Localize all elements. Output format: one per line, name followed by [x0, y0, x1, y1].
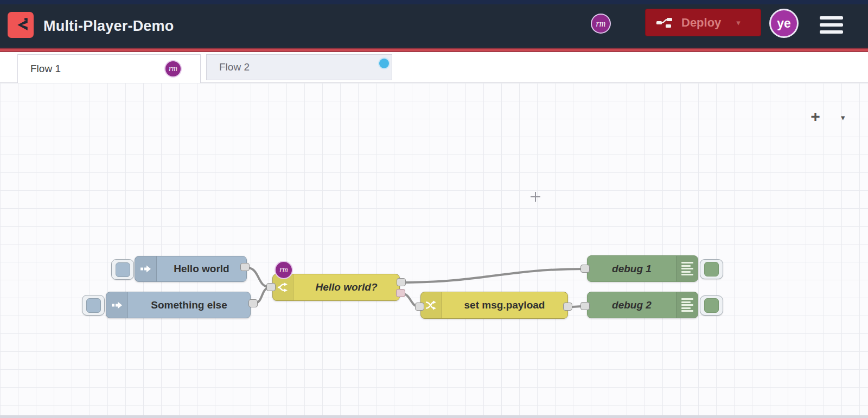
presence-badge-label: rm [596, 19, 606, 29]
tab-label: Flow 1 [30, 63, 61, 75]
presence-badge-header[interactable]: rm [591, 14, 611, 34]
inject-arrow-icon [135, 256, 157, 281]
node-inject-something-else[interactable]: Something else [106, 292, 251, 318]
tab-label: Flow 2 [219, 61, 250, 73]
activity-dot [379, 59, 389, 68]
header-accent-line [0, 48, 868, 52]
debug-toggle-face [704, 262, 719, 276]
debug-lines-icon [676, 292, 698, 318]
presence-badge-tab: rm [164, 60, 182, 78]
port-out-switch-2[interactable] [396, 289, 405, 297]
node-change-set-msg-payload[interactable]: set msg.payload [420, 292, 568, 319]
app-header: Multi-Player-Demo rm Deploy ▾ ye [0, 4, 868, 48]
node-label: debug 1 [588, 256, 676, 281]
deploy-nodes-icon [656, 16, 673, 29]
tab-flow-2[interactable]: Flow 2 [206, 54, 392, 80]
presence-badge-node: rm [275, 261, 293, 279]
inject-button-hello-world[interactable] [111, 259, 134, 280]
flowfuse-logo-icon[interactable] [8, 12, 34, 38]
inject-button-face [116, 262, 130, 277]
node-debug-2[interactable]: debug 2 [587, 292, 698, 318]
node-switch-hello-world[interactable]: Hello world? [272, 274, 400, 301]
deploy-caret-icon[interactable]: ▾ [736, 18, 741, 28]
debug-toggle-face [704, 298, 719, 313]
logo-glyph [11, 16, 30, 34]
debug-toggle-button-2[interactable] [700, 295, 723, 316]
node-label: set msg.payload [442, 292, 567, 318]
port-out-inject1[interactable] [240, 263, 250, 271]
node-label: Hello world [157, 256, 246, 281]
tab-flow-1[interactable]: Flow 1 rm [17, 54, 201, 83]
port-in-switch[interactable] [266, 283, 276, 291]
node-inject-hello-world[interactable]: Hello world [135, 256, 247, 282]
debug-toggle-button-1[interactable] [700, 259, 723, 279]
wire[interactable] [401, 269, 585, 282]
user-avatar-initials: ye [777, 16, 791, 31]
debug-lines-icon [676, 256, 698, 281]
inject-arrow-icon [106, 292, 128, 318]
flow-canvas[interactable]: Hello world Something else Hello world? … [0, 83, 868, 418]
port-in-debug2[interactable] [580, 302, 590, 310]
node-label: Something else [128, 292, 250, 318]
node-label: Hello world? [293, 274, 399, 300]
window-bottom-strip [0, 415, 868, 418]
port-out-switch-1[interactable] [397, 278, 406, 286]
user-avatar[interactable]: ye [769, 9, 799, 38]
inject-button-something-else[interactable] [82, 295, 105, 316]
page-title: Multi-Player-Demo [43, 4, 174, 48]
crosshair-cursor [531, 192, 540, 202]
node-label: debug 2 [588, 292, 676, 318]
hamburger-menu-icon[interactable] [820, 12, 843, 38]
inject-button-face [86, 298, 101, 313]
port-in-debug1[interactable] [580, 265, 590, 273]
presence-badge-label: rm [169, 65, 177, 73]
port-out-inject2[interactable] [248, 299, 258, 307]
workspace-tabbar: Flow 1 rm Flow 2 + ▾ [0, 52, 868, 83]
wires-layer [0, 83, 868, 418]
deploy-button[interactable]: Deploy ▾ [645, 9, 761, 36]
presence-badge-label: rm [279, 266, 288, 274]
port-in-change[interactable] [415, 303, 424, 311]
window-top-strip [0, 0, 868, 4]
deploy-button-label: Deploy [681, 16, 721, 30]
port-out-change[interactable] [563, 303, 572, 311]
add-flow-button[interactable]: + [807, 108, 824, 126]
node-debug-1[interactable]: debug 1 [587, 255, 698, 282]
flow-list-caret-icon[interactable]: ▾ [841, 113, 845, 123]
